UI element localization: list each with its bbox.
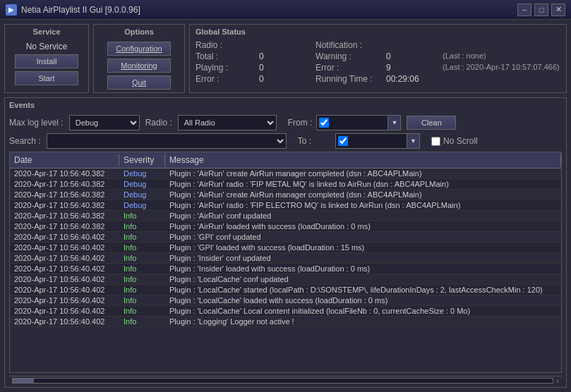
table-row[interactable]: 2020-Apr-17 10:56:40.402InfoPlugin : 'GP…: [10, 243, 561, 253]
cell-message: Plugin : 'GPI' conf updated: [165, 232, 561, 242]
cell-message: Plugin : 'AirRun' radio : 'FIP METAL MQ'…: [165, 179, 561, 189]
to-date-arrow[interactable]: ▼: [407, 134, 419, 148]
table-row[interactable]: 2020-Apr-17 10:56:40.382DebugPlugin : 'A…: [10, 179, 561, 190]
top-panels: Service No Service Install Start Options…: [4, 24, 567, 93]
filter-row-2: Search : To : 17/04/2020 ▼ No Scroll: [9, 133, 562, 149]
cell-date: 2020-Apr-17 10:56:40.382: [10, 200, 119, 210]
table-row[interactable]: 2020-Apr-17 10:56:40.402InfoPlugin : 'GP…: [10, 232, 561, 243]
cell-message: Plugin : 'GPI' loaded with success (load…: [165, 243, 561, 252]
cell-message: Plugin : 'LocalCache' Local content init…: [165, 306, 561, 316]
cell-severity: Info: [119, 295, 165, 305]
cell-date: 2020-Apr-17 10:56:40.402: [10, 232, 119, 242]
cell-message: Plugin : 'LocalCache' loaded with succes…: [165, 295, 561, 305]
table-row[interactable]: 2020-Apr-17 10:56:40.382InfoPlugin : 'Ai…: [10, 211, 561, 221]
scroll-right-arrow[interactable]: ›: [556, 376, 559, 385]
cell-message: Plugin : 'LocalCache' started (localPath…: [165, 285, 561, 295]
cell-message: Plugin : 'Logging' Logger not active !: [165, 317, 561, 326]
cell-date: 2020-Apr-17 10:56:40.402: [10, 264, 119, 274]
cell-severity: Debug: [119, 200, 165, 210]
radio-filter-select[interactable]: All Radio: [178, 115, 277, 130]
col-severity: Severity: [119, 154, 165, 166]
cell-date: 2020-Apr-17 10:56:40.402: [10, 274, 119, 284]
log-table-body[interactable]: 2020-Apr-17 10:56:40.382DebugPlugin : 'A…: [10, 169, 561, 372]
table-row[interactable]: 2020-Apr-17 10:56:40.402InfoPlugin : 'In…: [10, 264, 561, 274]
table-row[interactable]: 2020-Apr-17 10:56:40.402InfoPlugin : 'In…: [10, 253, 561, 264]
cell-message: Plugin : 'AirRun' radio : 'FIP ELECTRO M…: [165, 200, 561, 210]
cell-message: Plugin : 'Insider' conf updated: [165, 253, 561, 263]
cell-message: Plugin : 'AirRun' create AirRun manager …: [165, 169, 561, 178]
maximize-button[interactable]: □: [534, 4, 548, 16]
error-label2: Error :: [315, 63, 386, 73]
install-button[interactable]: Install: [15, 54, 78, 68]
from-date-arrow[interactable]: ▼: [387, 116, 400, 130]
options-panel: Options Configuration Monitoring Quit: [93, 24, 185, 93]
col-date: Date: [10, 154, 119, 166]
search-select[interactable]: [47, 133, 287, 149]
clean-button[interactable]: Clean: [407, 116, 456, 130]
max-log-select[interactable]: Debug: [69, 115, 140, 130]
quit-button[interactable]: Quit: [107, 75, 171, 90]
radio-value: [259, 40, 315, 50]
cell-severity: Info: [119, 211, 165, 221]
cell-severity: Debug: [119, 179, 165, 189]
cell-severity: Info: [119, 285, 165, 295]
table-row[interactable]: 2020-Apr-17 10:56:40.382DebugPlugin : 'A…: [10, 200, 561, 211]
cell-date: 2020-Apr-17 10:56:40.402: [10, 285, 119, 295]
no-scroll-label: No Scroll: [443, 136, 478, 146]
table-row[interactable]: 2020-Apr-17 10:56:40.382InfoPlugin : 'Ai…: [10, 221, 561, 232]
table-row[interactable]: 2020-Apr-17 10:56:40.402InfoPlugin : 'Lo…: [10, 285, 561, 295]
log-table: Date Severity Message 2020-Apr-17 10:56:…: [9, 152, 562, 373]
table-row[interactable]: 2020-Apr-17 10:56:40.402InfoPlugin : 'Lo…: [10, 317, 561, 327]
notification-value: [386, 40, 443, 50]
cell-severity: Info: [119, 264, 165, 274]
total-value: 0: [259, 51, 315, 61]
monitoring-button[interactable]: Monitoring: [107, 59, 171, 73]
table-row[interactable]: 2020-Apr-17 10:56:40.382DebugPlugin : 'A…: [10, 190, 561, 200]
from-label: From :: [288, 118, 313, 128]
close-button[interactable]: ✕: [551, 4, 565, 16]
minimize-button[interactable]: −: [517, 4, 531, 16]
cell-date: 2020-Apr-17 10:56:40.382: [10, 169, 119, 178]
table-row[interactable]: 2020-Apr-17 10:56:40.402InfoPlugin : 'Lo…: [10, 274, 561, 285]
cell-severity: Info: [119, 274, 165, 284]
no-scroll-checkbox[interactable]: [431, 137, 440, 146]
cell-severity: Debug: [119, 169, 165, 178]
cell-message: Plugin : 'AirRun' loaded with success (l…: [165, 221, 561, 231]
from-date-input[interactable]: 17/04/2020: [331, 118, 387, 127]
from-date-wrapper[interactable]: 17/04/2020 ▼: [316, 115, 401, 130]
service-panel: Service No Service Install Start: [4, 24, 89, 93]
cell-date: 2020-Apr-17 10:56:40.402: [10, 295, 119, 305]
cell-message: Plugin : 'Insider' loaded with success (…: [165, 264, 561, 274]
events-title: Events: [9, 101, 562, 109]
cell-severity: Info: [119, 232, 165, 242]
title-bar-left: ▶ Netia AirPlaylist II Gui [9.0.0.96]: [6, 4, 140, 16]
warning-note: (Last : none): [443, 51, 560, 61]
status-grid: Radio : Notification : Total : 0 Warning…: [196, 40, 560, 84]
service-panel-title: Service: [32, 27, 60, 36]
max-log-label: Max log level :: [9, 118, 64, 128]
notification-label: Notification :: [315, 40, 386, 50]
start-button[interactable]: Start: [15, 71, 78, 85]
cell-date: 2020-Apr-17 10:56:40.402: [10, 306, 119, 316]
cell-severity: Info: [119, 221, 165, 231]
to-date-checkbox[interactable]: [338, 136, 348, 146]
title-controls: − □ ✕: [517, 4, 565, 16]
total-label: Total :: [196, 51, 259, 61]
to-date-wrapper[interactable]: 17/04/2020 ▼: [335, 133, 420, 149]
horizontal-scrollbar[interactable]: ›: [9, 376, 562, 384]
running-time-value: 00:29:06: [386, 74, 443, 84]
error-note: (Last : 2020-Apr-17 10:57:07.466): [443, 63, 560, 73]
h-scrollbar-track[interactable]: [12, 378, 553, 384]
col-message: Message: [165, 154, 561, 166]
h-scrollbar-thumb[interactable]: [13, 379, 34, 383]
from-date-checkbox[interactable]: [319, 118, 329, 128]
configuration-button[interactable]: Configuration: [107, 42, 171, 56]
table-row[interactable]: 2020-Apr-17 10:56:40.382DebugPlugin : 'A…: [10, 169, 561, 179]
table-row[interactable]: 2020-Apr-17 10:56:40.402InfoPlugin : 'Lo…: [10, 306, 561, 317]
cell-severity: Info: [119, 243, 165, 252]
cell-date: 2020-Apr-17 10:56:40.382: [10, 211, 119, 221]
title-bar: ▶ Netia AirPlaylist II Gui [9.0.0.96] − …: [0, 0, 571, 20]
log-table-header: Date Severity Message: [10, 152, 561, 169]
to-date-input[interactable]: 17/04/2020: [350, 137, 407, 145]
table-row[interactable]: 2020-Apr-17 10:56:40.402InfoPlugin : 'Lo…: [10, 295, 561, 306]
